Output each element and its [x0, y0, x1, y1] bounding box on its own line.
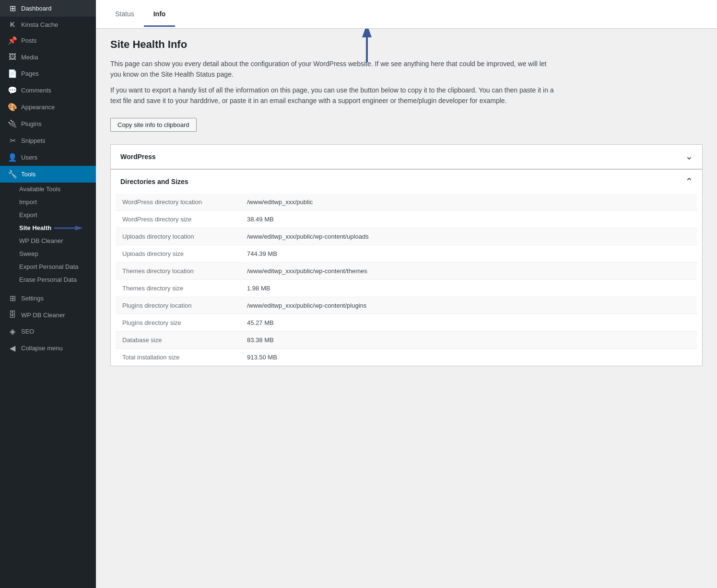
- media-icon: 🖼: [8, 53, 17, 61]
- kinsta-icon: K: [8, 21, 17, 28]
- table-row: WordPress directory size 38.49 MB: [116, 210, 697, 228]
- table-cell-value: /www/editwp_xxx/public/wp-content/themes: [240, 262, 697, 279]
- sidebar-label-snippets: Snippets: [21, 137, 88, 144]
- directories-table: WordPress directory location /www/editwp…: [116, 194, 697, 366]
- sidebar-label-plugins: Plugins: [21, 120, 88, 127]
- page-header: Site Health Info This page can show you …: [96, 29, 717, 137]
- content-area: Site Health Info This page can show you …: [96, 29, 717, 588]
- submenu-sweep[interactable]: Sweep: [0, 247, 96, 260]
- accordion-directories: Directories and Sizes ⌃ WordPress direct…: [110, 169, 703, 366]
- table-row: Database size 83.38 MB: [116, 331, 697, 348]
- plugins-icon: 🔌: [8, 119, 17, 128]
- table-cell-value: /www/editwp_xxx/public: [240, 194, 697, 211]
- submenu-export[interactable]: Export: [0, 208, 96, 221]
- seo-icon: ◈: [8, 327, 17, 336]
- table-row: Plugins directory location /www/editwp_x…: [116, 297, 697, 314]
- sidebar-item-posts[interactable]: 📌 Posts: [0, 32, 96, 49]
- sidebar-label-posts: Posts: [21, 37, 88, 44]
- sidebar: ⊞ Dashboard K Kinsta Cache 📌 Posts 🖼 Med…: [0, 0, 96, 588]
- table-row: WordPress directory location /www/editwp…: [116, 194, 697, 211]
- sidebar-label-comments: Comments: [21, 87, 88, 94]
- table-row: Uploads directory size 744.39 MB: [116, 245, 697, 262]
- accordion-directories-title: Directories and Sizes: [120, 178, 188, 185]
- submenu-available-tools[interactable]: Available Tools: [0, 183, 96, 196]
- tools-active-arrow: [83, 171, 88, 178]
- table-row: Total installation size 913.50 MB: [116, 348, 697, 366]
- submenu-erase-personal-data[interactable]: Erase Personal Data: [0, 273, 96, 286]
- table-row: Uploads directory location /www/editwp_x…: [116, 228, 697, 245]
- comments-icon: 💬: [8, 86, 17, 95]
- table-cell-value: 744.39 MB: [240, 245, 697, 262]
- table-cell-label: Uploads directory size: [116, 245, 240, 262]
- submenu-import[interactable]: Import: [0, 196, 96, 208]
- page-description-1: This page can show you every detail abou…: [110, 58, 556, 80]
- sidebar-label-dashboard: Dashboard: [21, 5, 88, 12]
- sidebar-item-dashboard[interactable]: ⊞ Dashboard: [0, 0, 96, 17]
- chevron-down-icon: ⌄: [685, 151, 693, 162]
- table-cell-label: Uploads directory location: [116, 228, 240, 245]
- sidebar-item-tools[interactable]: 🔧 Tools: [0, 166, 96, 183]
- chevron-up-icon: ⌃: [685, 176, 693, 187]
- table-cell-value: 1.98 MB: [240, 279, 697, 297]
- submenu-export-personal-data[interactable]: Export Personal Data: [0, 260, 96, 273]
- tools-icon: 🔧: [8, 170, 17, 179]
- accordion-wordpress-title: WordPress: [120, 153, 156, 161]
- table-cell-value: /www/editwp_xxx/public/wp-content/plugin…: [240, 297, 697, 314]
- arrow-up-icon: [362, 29, 372, 62]
- dashboard-icon: ⊞: [8, 4, 17, 13]
- copy-site-info-button[interactable]: Copy site info to clipboard: [110, 118, 197, 132]
- sidebar-item-appearance[interactable]: 🎨 Appearance: [0, 99, 96, 115]
- snippets-icon: ✂: [8, 136, 17, 145]
- site-health-arrow-indicator: [54, 225, 83, 231]
- sidebar-item-settings[interactable]: ⊞ Settings: [0, 290, 96, 307]
- sidebar-label-pages: Pages: [21, 70, 88, 77]
- arrow-up-annotation: [362, 29, 372, 62]
- site-health-label: Site Health: [19, 224, 51, 231]
- table-cell-label: Themes directory location: [116, 262, 240, 279]
- table-cell-value: 45.27 MB: [240, 314, 697, 331]
- page-description-2: If you want to export a handy list of al…: [110, 85, 556, 106]
- submenu-wp-db-cleaner[interactable]: WP DB Cleaner: [0, 234, 96, 247]
- sidebar-label-seo: SEO: [21, 328, 88, 335]
- wp-db-cleaner-icon: 🗄: [8, 311, 17, 319]
- sidebar-item-comments[interactable]: 💬 Comments: [0, 82, 96, 99]
- users-icon: 👤: [8, 153, 17, 162]
- table-cell-value: 913.50 MB: [240, 348, 697, 366]
- table-row: Themes directory size 1.98 MB: [116, 279, 697, 297]
- collapse-icon: ◀: [8, 344, 17, 353]
- accordion-wordpress-header[interactable]: WordPress ⌄: [111, 145, 702, 169]
- sidebar-label-tools: Tools: [21, 171, 80, 178]
- sidebar-item-collapse[interactable]: ◀ Collapse menu: [0, 340, 96, 357]
- sidebar-item-users[interactable]: 👤 Users: [0, 149, 96, 166]
- main-content: Status Info Site Health Info This page c…: [96, 0, 717, 588]
- accordion-directories-header[interactable]: Directories and Sizes ⌃: [111, 169, 702, 194]
- table-cell-value: /www/editwp_xxx/public/wp-content/upload…: [240, 228, 697, 245]
- tab-status[interactable]: Status: [106, 2, 144, 27]
- settings-icon: ⊞: [8, 294, 17, 303]
- sidebar-label-settings: Settings: [21, 295, 88, 302]
- page-title: Site Health Info: [110, 38, 703, 51]
- svg-marker-1: [75, 226, 83, 231]
- svg-rect-3: [366, 36, 368, 62]
- sidebar-item-kinsta-cache[interactable]: K Kinsta Cache: [0, 17, 96, 32]
- table-cell-label: WordPress directory location: [116, 194, 240, 211]
- sidebar-item-plugins[interactable]: 🔌 Plugins: [0, 115, 96, 132]
- accordion-wordpress: WordPress ⌄: [110, 144, 703, 169]
- table-row: Themes directory location /www/editwp_xx…: [116, 262, 697, 279]
- sidebar-item-snippets[interactable]: ✂ Snippets: [0, 132, 96, 149]
- table-cell-value: 83.38 MB: [240, 331, 697, 348]
- table-cell-label: Total installation size: [116, 348, 240, 366]
- svg-marker-2: [362, 29, 372, 37]
- pages-icon: 📄: [8, 69, 17, 78]
- tab-info[interactable]: Info: [144, 2, 176, 27]
- table-cell-label: Plugins directory size: [116, 314, 240, 331]
- table-row: Plugins directory size 45.27 MB: [116, 314, 697, 331]
- submenu-site-health[interactable]: Site Health: [0, 221, 96, 234]
- sidebar-item-wp-db-cleaner-main[interactable]: 🗄 WP DB Cleaner: [0, 307, 96, 323]
- sidebar-label-media: Media: [21, 54, 88, 61]
- tabs-bar: Status Info: [96, 0, 717, 29]
- sidebar-item-pages[interactable]: 📄 Pages: [0, 65, 96, 82]
- sidebar-item-media[interactable]: 🖼 Media: [0, 49, 96, 65]
- sidebar-item-seo[interactable]: ◈ SEO: [0, 323, 96, 340]
- table-cell-label: Database size: [116, 331, 240, 348]
